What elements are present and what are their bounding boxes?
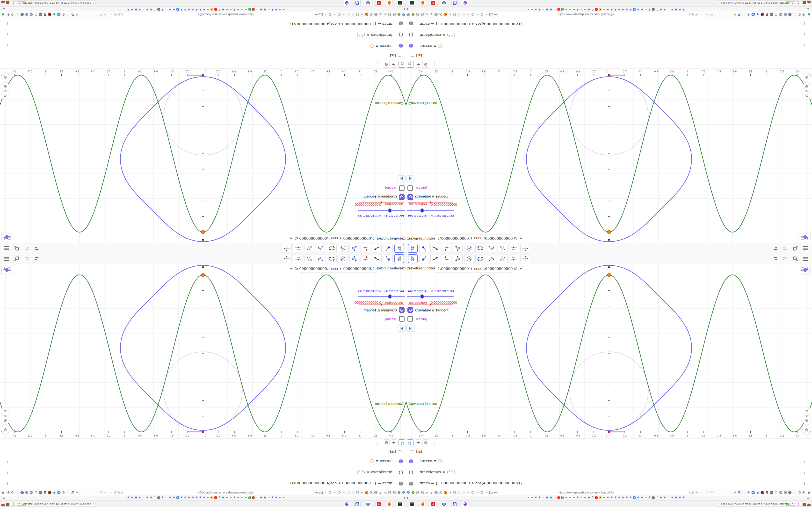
home-button[interactable] bbox=[803, 92, 811, 100]
plus-blue-icon[interactable] bbox=[57, 491, 61, 495]
tray-chevron-icon[interactable]: « bbox=[718, 2, 719, 5]
taskbar-app-owl-purple[interactable] bbox=[462, 0, 468, 6]
tab-favicon-G[interactable]: G bbox=[283, 8, 286, 11]
tab-favicon-G[interactable]: G bbox=[230, 8, 232, 11]
globe-icon[interactable] bbox=[420, 491, 424, 495]
tab-favicon-ch[interactable]: ● bbox=[176, 496, 179, 499]
puzzle-icon[interactable] bbox=[16, 491, 19, 495]
tab-favicon-G[interactable]: G bbox=[230, 496, 232, 499]
tab-favicon-gg[interactable]: ✻ bbox=[203, 8, 206, 11]
circle-olive-icon[interactable] bbox=[411, 491, 415, 495]
tree-view-icon[interactable] bbox=[407, 61, 413, 68]
circle-icon[interactable] bbox=[480, 491, 484, 495]
url-bar[interactable]: https://www.geogebra.org/classic/aagcxh3… bbox=[497, 12, 704, 17]
zoom-in-button[interactable] bbox=[803, 82, 811, 90]
tray-chevron-icon[interactable]: « bbox=[93, 2, 94, 5]
taskbar-app-screen-blue[interactable] bbox=[441, 0, 447, 6]
tab-favicon-gg[interactable]: ✻ bbox=[169, 8, 171, 11]
algebra-row-funcnames[interactable]: funcNames = {" "} ⋮ bbox=[406, 29, 812, 40]
tab-favicon-gg[interactable]: ✻ bbox=[663, 496, 666, 499]
wrench-icon[interactable] bbox=[11, 491, 15, 495]
tracing-checkbox[interactable] bbox=[399, 316, 405, 322]
zoom-out-button[interactable] bbox=[803, 426, 811, 434]
tab-favicon-gg[interactable]: ✻ bbox=[606, 8, 609, 11]
tab-favicon-gg[interactable]: ✻ bbox=[625, 8, 628, 11]
pencil-color-icon[interactable] bbox=[75, 12, 79, 16]
tab-favicon-ya[interactable]: Я bbox=[557, 496, 560, 499]
play-step-button[interactable] bbox=[406, 325, 414, 332]
zoom-level[interactable]: 81% bbox=[689, 491, 694, 494]
tab-favicon-oc[interactable]: ᛉ bbox=[248, 496, 251, 499]
dot-icon[interactable] bbox=[333, 12, 337, 16]
gear-icon[interactable]: ⚙ bbox=[448, 491, 452, 495]
trash-icon[interactable] bbox=[765, 491, 769, 495]
tab-favicon-gg[interactable]: ✻ bbox=[625, 496, 628, 499]
circle-icon[interactable] bbox=[480, 12, 484, 16]
translate-blue-icon[interactable]: A文 bbox=[737, 491, 741, 495]
ghost-icon[interactable] bbox=[462, 12, 465, 16]
gauge-icon[interactable] bbox=[429, 491, 433, 495]
home-button[interactable] bbox=[1, 92, 9, 100]
tab-favicon-st[interactable]: ◉ bbox=[260, 8, 262, 11]
tab-favicon-gg[interactable]: ✻ bbox=[188, 8, 191, 11]
firefox-icon[interactable] bbox=[443, 12, 447, 16]
arc-length-slider[interactable] bbox=[358, 210, 405, 211]
kebab-icon[interactable]: ⋮ bbox=[433, 61, 437, 68]
tab-favicon-G[interactable]: G bbox=[256, 8, 259, 11]
tab-favicon-gg[interactable]: ✻ bbox=[169, 496, 171, 499]
firefox-icon[interactable] bbox=[443, 491, 447, 495]
url-bar[interactable]: https://www.geogebra.org/classic/aagcxh3… bbox=[108, 12, 315, 17]
tab-favicon-gg[interactable]: ✻ bbox=[195, 496, 198, 499]
tab-favicon-sb[interactable]: ◉ bbox=[546, 8, 549, 11]
zoom-in-button[interactable] bbox=[1, 417, 9, 425]
url-bar[interactable]: https://www.geogebra.org/classic/aagcxh3… bbox=[108, 490, 315, 495]
tab-favicon-gg[interactable]: ✻ bbox=[648, 8, 651, 11]
record-red-icon[interactable]: ICF bbox=[48, 12, 52, 16]
tab-favicon-gg[interactable]: ✻ bbox=[150, 8, 152, 11]
tab-favicon-oc[interactable]: ᛉ bbox=[248, 8, 251, 11]
taskbar-app-floppy-64[interactable]: 64 bbox=[451, 501, 458, 507]
chevron-down-icon[interactable]: ▼ bbox=[290, 267, 293, 271]
tab-favicon-gg[interactable]: ✻ bbox=[199, 8, 202, 11]
gear-dark-icon[interactable]: ⚙ bbox=[747, 12, 750, 16]
visibility-toggle[interactable] bbox=[399, 33, 403, 37]
algebra-row-curves[interactable]: curves = {} ⋮ bbox=[0, 40, 406, 51]
circle-icon[interactable] bbox=[337, 12, 341, 16]
zoom-in-button[interactable] bbox=[803, 417, 811, 425]
tab-favicon-gg[interactable]: ✻ bbox=[172, 8, 175, 11]
taskbar-app-floppy-64[interactable]: 64 bbox=[451, 0, 458, 6]
tab-favicon-gg[interactable]: ✻ bbox=[180, 496, 183, 499]
dot-icon[interactable] bbox=[475, 12, 479, 16]
tab-favicon-G[interactable]: G bbox=[569, 496, 571, 499]
tab-favicon-ch[interactable]: ● bbox=[176, 8, 179, 11]
ghost-icon[interactable] bbox=[457, 12, 461, 16]
firefox-icon[interactable] bbox=[365, 12, 369, 16]
tab-favicon-st[interactable]: ◉ bbox=[588, 496, 591, 499]
dot-icon[interactable] bbox=[333, 491, 337, 495]
tab-favicon-G[interactable]: G bbox=[542, 8, 545, 11]
tab-favicon-gg[interactable]: ✻ bbox=[637, 8, 640, 11]
graphics-stylebar-button[interactable] bbox=[1, 265, 13, 274]
tab-favicon-gg[interactable]: ✻ bbox=[678, 496, 681, 499]
plus-blue-icon[interactable] bbox=[751, 12, 755, 16]
tab-favicon-sb[interactable]: ◉ bbox=[135, 8, 138, 11]
tab-favicon-gg[interactable]: ✻ bbox=[682, 496, 685, 499]
tab-favicon-in[interactable]: ⓘ bbox=[591, 496, 594, 499]
zoom-out-button[interactable] bbox=[1, 426, 9, 434]
tab-favicon-gg[interactable]: ✻ bbox=[660, 8, 662, 11]
zoom-in-button[interactable] bbox=[1, 82, 9, 90]
graphics-stylebar-button[interactable] bbox=[1, 233, 13, 242]
algebra-row-curves[interactable]: curves = {} ⋮ bbox=[0, 456, 406, 467]
tab-overflow-chevron-icon[interactable]: ∧ bbox=[3, 496, 5, 500]
kebab-icon[interactable]: ⋮ bbox=[6, 482, 9, 485]
tab-favicon-G[interactable]: G bbox=[283, 496, 286, 499]
tab-favicon-st[interactable]: ◉ bbox=[588, 8, 591, 11]
collapse-icon[interactable]: − bbox=[398, 450, 401, 454]
taskbar-app-gear-red[interactable]: ⚙ bbox=[430, 0, 437, 6]
reload-icon[interactable]: ↻ bbox=[710, 490, 713, 494]
tab-favicon-gg[interactable]: ✻ bbox=[641, 8, 644, 11]
tab-favicon-gg[interactable]: ✻ bbox=[199, 496, 202, 499]
puzzle-icon[interactable] bbox=[793, 12, 796, 16]
shield-gray-icon[interactable]: UO bbox=[779, 491, 782, 495]
trash-icon[interactable] bbox=[765, 12, 769, 16]
